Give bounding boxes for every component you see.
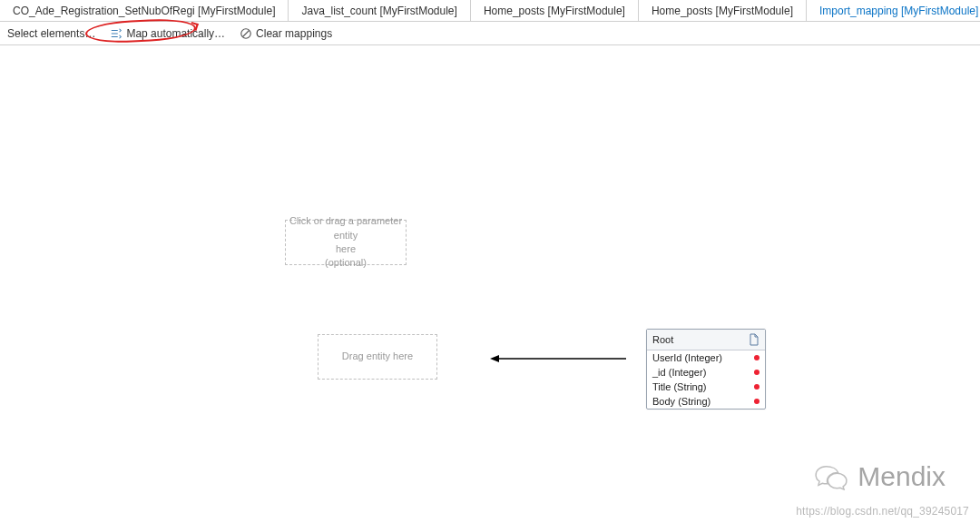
dropzone-text: Click or drag a parameter entity	[286, 214, 406, 242]
tab-label: Home_posts [MyFirstModule]	[484, 5, 625, 17]
schema-field-row[interactable]: _id (Integer)	[647, 365, 765, 380]
map-auto-icon	[110, 27, 122, 40]
button-label: Select elements…	[7, 27, 95, 40]
parameter-entity-dropzone[interactable]: Click or drag a parameter entity here (o…	[285, 220, 407, 265]
button-label: Clear mappings	[256, 27, 332, 40]
tab-import-mapping[interactable]: Import_mapping [MyFirstModule] ×	[807, 0, 980, 21]
mendix-watermark: Mendix	[814, 461, 946, 492]
wechat-icon	[814, 463, 848, 490]
field-label: Body (String)	[652, 396, 710, 407]
unmapped-indicator-icon	[754, 355, 760, 360]
root-schema-header[interactable]: Root	[647, 330, 765, 350]
clear-mappings-button[interactable]: Clear mappings	[234, 24, 338, 44]
tab-strip: CO_Ade_Registration_SetNubOfRegi [MyFirs…	[0, 0, 980, 22]
mapping-canvas[interactable]: Click or drag a parameter entity here (o…	[0, 45, 980, 523]
schema-field-row[interactable]: Title (String)	[647, 380, 765, 394]
dropzone-text: (optional)	[325, 256, 367, 270]
schema-field-row[interactable]: UserId (Integer)	[647, 350, 765, 365]
tab-home-posts-2[interactable]: Home_posts [MyFirstModule]	[639, 0, 807, 21]
document-icon	[749, 333, 760, 346]
unmapped-indicator-icon	[754, 370, 760, 375]
tab-java-list-count[interactable]: Java_list_count [MyFirstModule]	[289, 0, 470, 21]
button-label: Map automatically…	[126, 27, 225, 40]
svg-line-1	[243, 30, 250, 36]
tab-label: Home_posts [MyFirstModule]	[652, 5, 793, 17]
tab-label: CO_Ade_Registration_SetNubOfRegi [MyFirs…	[13, 5, 275, 17]
field-label: Title (String)	[652, 381, 707, 392]
tab-label: Java_list_count [MyFirstModule]	[301, 5, 456, 17]
unmapped-indicator-icon	[754, 384, 760, 390]
schema-field-row[interactable]: Body (String)	[647, 394, 765, 409]
map-automatically-button[interactable]: Map automatically…	[104, 24, 230, 44]
clear-icon	[240, 27, 252, 40]
tab-home-posts-1[interactable]: Home_posts [MyFirstModule]	[471, 0, 639, 21]
tab-label: Import_mapping [MyFirstModule]	[819, 5, 978, 17]
select-elements-button[interactable]: Select elements…	[2, 24, 101, 44]
unmapped-indicator-icon	[754, 399, 760, 404]
svg-marker-3	[490, 355, 499, 362]
tab-co-ade-registration[interactable]: CO_Ade_Registration_SetNubOfRegi [MyFirs…	[0, 0, 289, 21]
entity-dropzone[interactable]: Drag entity here	[318, 334, 437, 380]
field-label: UserId (Integer)	[652, 352, 722, 363]
field-label: _id (Integer)	[652, 367, 706, 378]
source-url-watermark: https://blog.csdn.net/qq_39245017	[796, 505, 969, 518]
mapping-arrow-icon	[488, 352, 628, 365]
root-schema-box[interactable]: Root UserId (Integer) _id (Integer) Titl…	[646, 329, 766, 410]
dropzone-text: Drag entity here	[342, 350, 413, 363]
root-title: Root	[652, 334, 673, 345]
dropzone-text: here	[336, 242, 356, 256]
toolbar: Select elements… Map automatically… Clea…	[0, 22, 980, 45]
brand-text: Mendix	[858, 461, 946, 492]
